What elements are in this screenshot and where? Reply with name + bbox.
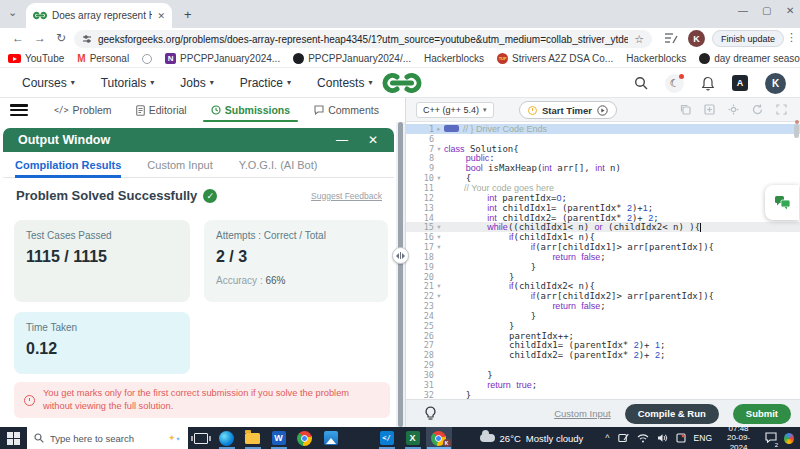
code-line[interactable]: 31 return true;: [406, 380, 800, 390]
fold-toggle-icon[interactable]: ▾: [434, 145, 444, 153]
code-line[interactable]: 8 public:: [406, 154, 800, 164]
tab-search-chevron-icon[interactable]: ⌄: [8, 6, 17, 19]
code-line[interactable]: 11 // Your code goes here: [406, 183, 800, 193]
window-close-icon[interactable]: ✕: [786, 5, 794, 16]
code-line[interactable]: 18 return false;: [406, 252, 800, 262]
code-line[interactable]: 29: [406, 360, 800, 370]
reload-icon[interactable]: ↻: [56, 31, 66, 45]
tab-problem[interactable]: </>Problem: [54, 98, 112, 122]
submit-button[interactable]: Submit: [733, 404, 791, 424]
fold-toggle-icon[interactable]: ▾: [434, 243, 444, 251]
code-line[interactable]: 20 }: [406, 272, 800, 282]
code-line[interactable]: 19 }: [406, 262, 800, 272]
code-line[interactable]: 30 }: [406, 370, 800, 380]
tab-comments[interactable]: Comments: [314, 98, 379, 122]
bookmark-item[interactable]: YouTube: [8, 53, 64, 64]
code-line[interactable]: 32 }: [406, 390, 800, 399]
nav-item-tutorials[interactable]: Tutorials▾: [101, 76, 155, 90]
bookmark-item[interactable]: day dreamer season...: [699, 53, 800, 64]
search-highlights-icon[interactable]: ✦✦: [168, 433, 181, 443]
output-minimize-icon[interactable]: —: [336, 133, 348, 147]
code-line[interactable]: 26 parentIdx++;: [406, 331, 800, 341]
hamburger-menu-icon[interactable]: [10, 104, 28, 116]
code-line[interactable]: 27 childIdx1= (parentIdx* 2)+ 1;: [406, 341, 800, 351]
code-line[interactable]: 7▾class Solution{: [406, 144, 800, 154]
code-line[interactable]: 24 }: [406, 311, 800, 321]
tab-custom-input[interactable]: Custom Input: [147, 152, 212, 178]
add-panel-icon[interactable]: [704, 104, 715, 115]
code-line[interactable]: 9 bool isMaxHeap(int arr[], int n): [406, 163, 800, 173]
taskbar-explorer[interactable]: [240, 427, 266, 449]
code-line[interactable]: 6: [406, 134, 800, 144]
taskbar-chrome-active[interactable]: K: [426, 427, 452, 449]
tablet-pen-icon[interactable]: [618, 433, 629, 443]
code-line[interactable]: 1▸// } Driver Code Ends: [406, 124, 800, 134]
new-tab-button[interactable]: +: [184, 7, 192, 22]
suggest-feedback-link[interactable]: Suggest Feedback: [311, 191, 382, 201]
window-minimize-icon[interactable]: —: [738, 5, 748, 16]
tray-expand-icon[interactable]: ^: [605, 433, 609, 443]
taskbar-vscode[interactable]: </: [374, 427, 400, 449]
bookmark-item[interactable]: PPCPPJanuary2024/...: [293, 53, 411, 64]
custom-input-link[interactable]: Custom Input: [554, 408, 611, 419]
compile-run-button[interactable]: Compile & Run: [625, 404, 719, 424]
code-line[interactable]: 12 int parentIdx=0;: [406, 193, 800, 203]
bell-icon[interactable]: [701, 76, 715, 91]
editor-scrollbar[interactable]: [794, 124, 799, 138]
code-line[interactable]: 25 }: [406, 321, 800, 331]
fold-toggle-icon[interactable]: ▾: [434, 282, 444, 290]
taskbar-clock[interactable]: 07:48 20-09-2024: [720, 424, 757, 449]
fold-toggle-icon[interactable]: ▸: [434, 125, 444, 133]
code-line[interactable]: 28 childIdx2= (parentIdx* 2)+ 2;: [406, 350, 800, 360]
start-timer-button[interactable]: Start Timer: [519, 101, 617, 119]
fold-toggle-icon[interactable]: ▾: [434, 292, 444, 300]
left-panel-scrollbar[interactable]: [398, 122, 403, 427]
code-line[interactable]: 10▾ {: [406, 173, 800, 183]
address-bar[interactable]: geeksforgeeks.org/problems/does-array-re…: [74, 30, 652, 48]
nav-item-jobs[interactable]: Jobs▾: [180, 76, 213, 90]
browser-tab[interactable]: Does array represent Heap | Pr... ✕: [26, 3, 172, 28]
tab-submissions[interactable]: Submissions: [211, 98, 290, 122]
language-selector[interactable]: C++ (g++ 5.4)▾: [416, 102, 494, 118]
nav-item-practice[interactable]: Practice▾: [240, 76, 291, 90]
tab-yogi-ai-bot[interactable]: Y.O.G.I. (AI Bot): [239, 152, 318, 178]
copilot-icon[interactable]: [784, 433, 794, 444]
wifi-icon[interactable]: [637, 434, 649, 443]
language-indicator[interactable]: ENG: [694, 433, 712, 443]
gfg-logo[interactable]: [382, 72, 422, 94]
gfg-profile-avatar[interactable]: K: [765, 73, 786, 94]
forward-icon[interactable]: →: [34, 31, 46, 45]
site-settings-icon[interactable]: [82, 34, 92, 44]
fold-toggle-icon[interactable]: ▾: [434, 233, 444, 241]
taskbar-excel[interactable]: X: [400, 427, 426, 449]
folded-code-badge[interactable]: [444, 125, 459, 132]
taskbar-word[interactable]: W: [266, 427, 292, 449]
taskbar-search-input[interactable]: Type here to search ✦✦: [27, 427, 188, 449]
tab-editorial[interactable]: Editorial: [136, 98, 187, 122]
nav-item-courses[interactable]: Courses▾: [22, 76, 75, 90]
reset-code-icon[interactable]: [752, 104, 763, 115]
fold-toggle-icon[interactable]: ▾: [434, 223, 444, 231]
code-editor[interactable]: 1▸// } Driver Code Ends67▾class Solution…: [406, 122, 800, 399]
hint-bulb-icon[interactable]: [424, 406, 437, 421]
splitter-handle-icon[interactable]: [392, 247, 409, 264]
tab-close-icon[interactable]: ✕: [157, 11, 165, 21]
tab-compilation-results[interactable]: Compilation Results: [15, 152, 121, 178]
code-line[interactable]: 17▾ if(arr[childIdx1]> arr[parentIdx]){: [406, 242, 800, 252]
code-line[interactable]: 21▾ if(childIdx2< n){: [406, 282, 800, 292]
taskbar-chrome[interactable]: [292, 427, 318, 449]
bookmark-item[interactable]: Strivers A2Z DSA Co...: [497, 53, 613, 64]
taskbar-edge[interactable]: [214, 427, 240, 449]
search-icon[interactable]: [634, 76, 648, 90]
translate-icon[interactable]: A: [732, 75, 748, 91]
bookmark-item[interactable]: Hackerblocks: [626, 53, 686, 64]
browser-profile-avatar[interactable]: K: [688, 30, 705, 47]
panel-splitter[interactable]: [396, 122, 405, 427]
taskbar-weather[interactable]: 26°C Mostly cloudy: [480, 433, 584, 444]
feedback-chat-button[interactable]: [765, 185, 799, 220]
bookmark-star-icon[interactable]: ☆: [634, 33, 644, 46]
back-icon[interactable]: ←: [12, 31, 24, 45]
task-view-button[interactable]: [188, 427, 214, 449]
bookmark-item[interactable]: PPCPPJanuary2024...: [165, 53, 280, 64]
fold-toggle-icon[interactable]: ▾: [434, 174, 444, 182]
